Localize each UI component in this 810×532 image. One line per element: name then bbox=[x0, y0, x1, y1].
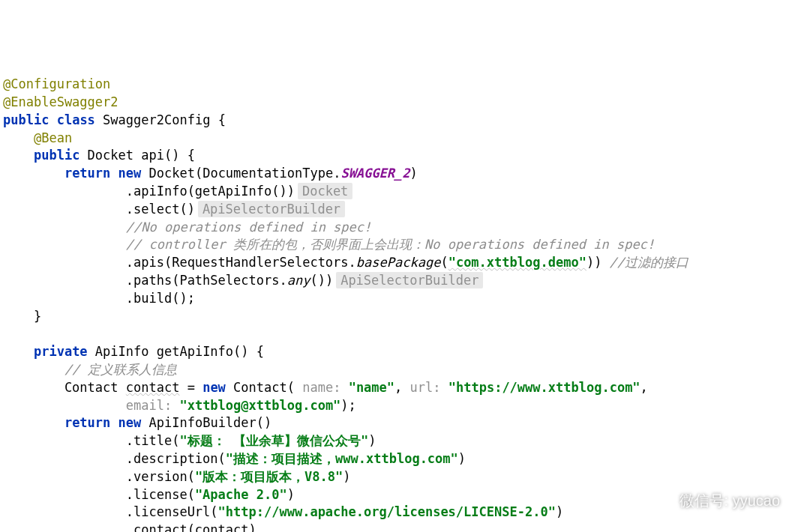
wechat-icon bbox=[652, 492, 674, 509]
keyword-public: public bbox=[3, 112, 49, 127]
keyword-new: new bbox=[202, 380, 226, 395]
type-hint-docket: Docket bbox=[298, 183, 352, 199]
annotation-bean: @Bean bbox=[34, 130, 72, 145]
type-hint-apiselector1: ApiSelectorBuilder bbox=[198, 201, 345, 217]
comment-filter: //过滤的接口 bbox=[610, 255, 688, 270]
param-hint-url: url: bbox=[410, 380, 448, 395]
method-any: any bbox=[287, 273, 310, 288]
annotation-enableswagger2: @EnableSwagger2 bbox=[3, 94, 118, 109]
class-name bbox=[95, 112, 103, 127]
method-getapiinfo-sig: ApiInfo getApiInfo() { bbox=[88, 344, 264, 359]
keyword-new: new bbox=[118, 166, 142, 181]
method-basepackage: basePackage bbox=[356, 255, 441, 270]
class-name-text: Swagger2Config bbox=[103, 112, 210, 127]
string-url: "https://www.xttblog.com" bbox=[448, 380, 640, 395]
code-editor[interactable]: @Configuration @EnableSwagger2 public cl… bbox=[3, 76, 807, 532]
param-hint-email: email: bbox=[126, 398, 180, 413]
keyword-new: new bbox=[118, 415, 142, 430]
keyword-return: return bbox=[64, 415, 110, 430]
comment-controller: // controller 类所在的包，否则界面上会出现：No operatio… bbox=[3, 237, 655, 252]
string-version: "版本：项目版本，V8.8" bbox=[195, 469, 343, 484]
string-basepackage: "com.xttblog.demo" bbox=[448, 255, 586, 270]
comment-noop1: //No operations defined in spec! bbox=[3, 220, 371, 235]
keyword-class: class bbox=[57, 112, 95, 127]
const-swagger2: SWAGGER_2 bbox=[340, 166, 410, 181]
string-email: "xttblog@xttblog.com" bbox=[179, 398, 340, 413]
string-title: "标题： 【业余草】微信公众号" bbox=[179, 433, 368, 448]
keyword-private: private bbox=[34, 344, 88, 359]
string-name: "name" bbox=[349, 380, 394, 395]
keyword-return: return bbox=[64, 166, 110, 181]
method-api-sig: Docket api() { bbox=[80, 148, 195, 163]
type-hint-apiselector2: ApiSelectorBuilder bbox=[336, 272, 483, 288]
comment-contact-info: // 定义联系人信息 bbox=[3, 362, 177, 377]
annotation-configuration: @Configuration bbox=[3, 76, 110, 91]
var-contact: contact bbox=[126, 380, 180, 395]
watermark-text: 微信号: yyucao bbox=[680, 490, 780, 511]
string-licenseurl: "http://www.apache.org/licenses/LICENSE-… bbox=[218, 504, 556, 519]
watermark: 微信号: yyucao bbox=[652, 490, 780, 511]
string-license: "Apache 2.0" bbox=[195, 487, 287, 502]
param-hint-name: name: bbox=[302, 380, 348, 395]
keyword-public: public bbox=[34, 148, 80, 163]
string-description: "描述：项目描述，www.xttblog.com" bbox=[226, 451, 458, 466]
